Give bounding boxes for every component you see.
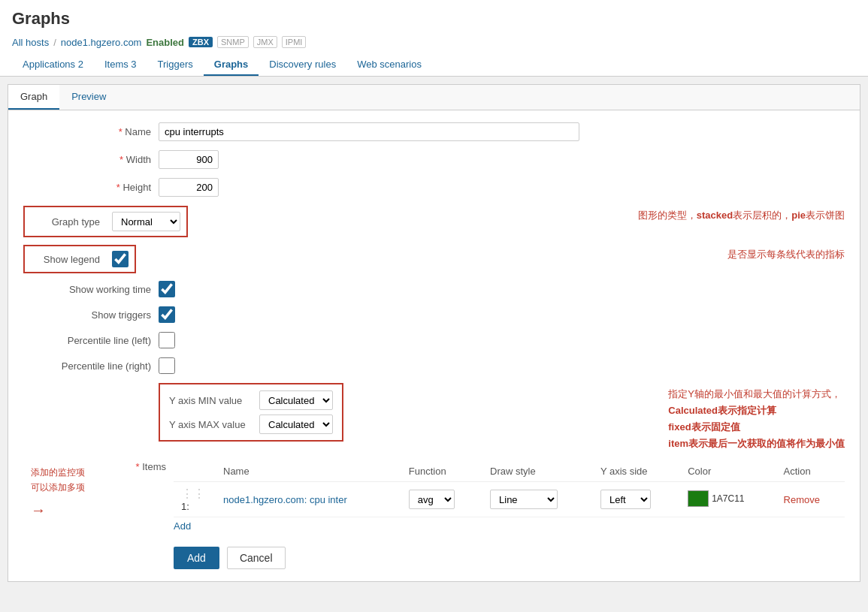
- show-triggers-checkbox[interactable]: [159, 306, 175, 323]
- show-triggers-label: Show triggers: [23, 309, 159, 321]
- row-action: Remove: [776, 482, 845, 517]
- row-draw-style: Line Filled region Bold line Dot Dashed …: [482, 482, 593, 517]
- graph-type-box: Graph type Normal Stacked Pie Exploded: [23, 206, 188, 237]
- col-name: Name: [216, 461, 401, 482]
- items-section-outer: 添加的监控项 可以添加多项 → Items Name: [23, 461, 845, 532]
- width-row: Width: [23, 150, 845, 169]
- y-axis-min-select[interactable]: Calculated Fixed Item: [259, 390, 333, 410]
- add-button[interactable]: Add: [174, 547, 219, 569]
- show-working-time-row: Show working time: [23, 281, 845, 297]
- y-axis-max-row: Y axis MAX value Calculated Fixed Item: [169, 415, 333, 434]
- main-nav: Applications 2 Items 3 Triggers Graphs D…: [12, 54, 856, 76]
- row-function: avg min max all: [401, 482, 482, 517]
- items-annotation-line2: 可以添加多项: [31, 481, 126, 495]
- page-title: Graphs: [12, 9, 856, 29]
- graph-type-form-side: Graph type Normal Stacked Pie Exploded: [23, 206, 629, 237]
- name-row: Name: [23, 122, 845, 141]
- y-axis-form-side: Y axis MIN value Calculated Fixed Item Y…: [23, 383, 659, 445]
- sub-tab-preview[interactable]: Preview: [59, 85, 118, 110]
- tab-graphs[interactable]: Graphs: [204, 54, 259, 76]
- row-color: 1A7C11: [680, 482, 776, 517]
- y-axis-annotation-line1: 指定Y轴的最小值和最大值的计算方式，: [668, 388, 841, 399]
- tab-web-scenarios[interactable]: Web scenarios: [346, 54, 432, 76]
- width-label: Width: [23, 154, 159, 165]
- y-axis-max-label: Y axis MAX value: [169, 419, 259, 430]
- name-input[interactable]: [159, 122, 579, 141]
- items-annotation-line1: 添加的监控项: [31, 466, 126, 480]
- form-area: Name Width Height Graph type Normal Sta: [8, 110, 860, 581]
- col-num: [174, 461, 216, 482]
- percentile-left-row: Percentile line (left): [23, 332, 845, 348]
- items-table-wrap: Name Function Draw style Y axis side Col…: [174, 461, 845, 532]
- y-axis-row-outer: Y axis MIN value Calculated Fixed Item Y…: [23, 383, 845, 452]
- form-buttons: Add Cancel: [174, 547, 845, 569]
- zbx-badge: ZBX: [189, 37, 213, 47]
- y-axis-min-row: Y axis MIN value Calculated Fixed Item: [169, 390, 333, 410]
- ipmi-badge: IPMI: [282, 36, 307, 48]
- tab-discovery[interactable]: Discovery rules: [259, 54, 346, 76]
- col-color: Color: [680, 461, 776, 482]
- row-item-name: node1.hgzero.com: cpu inter: [216, 482, 401, 517]
- color-swatch: [688, 490, 709, 507]
- item-name-link[interactable]: node1.hgzero.com: cpu inter: [223, 494, 347, 505]
- name-label: Name: [23, 126, 159, 137]
- col-function: Function: [401, 461, 482, 482]
- drag-handle-icon: ⋮⋮: [181, 487, 205, 500]
- content-area: Graph Preview Name Width Height Graph ty…: [8, 84, 860, 582]
- show-legend-annotation: 是否显示每条线代表的指标: [727, 245, 845, 261]
- show-triggers-row: Show triggers: [23, 306, 845, 323]
- y-axis-annotation-calc: Calculated表示指定计算: [668, 405, 776, 416]
- add-item-link[interactable]: Add: [174, 520, 191, 532]
- function-select[interactable]: avg min max all: [409, 490, 455, 509]
- graph-type-highlighted: Graph type Normal Stacked Pie Exploded: [23, 206, 629, 237]
- y-axis-box: Y axis MIN value Calculated Fixed Item Y…: [159, 383, 343, 442]
- color-picker-trigger[interactable]: 1A7C11: [688, 490, 744, 507]
- hostname-link[interactable]: node1.hgzero.com: [61, 37, 142, 48]
- show-legend-row-outer: Show legend 是否显示每条线代表的指标: [23, 245, 845, 273]
- all-hosts-link[interactable]: All hosts: [12, 37, 49, 48]
- percentile-right-checkbox[interactable]: [159, 357, 175, 374]
- y-axis-side-select[interactable]: Left Right: [600, 490, 651, 509]
- percentile-left-label: Percentile line (left): [23, 335, 159, 346]
- percentile-left-checkbox[interactable]: [159, 332, 175, 348]
- col-action: Action: [776, 461, 845, 482]
- items-label: Items: [129, 461, 174, 472]
- show-working-time-label: Show working time: [23, 284, 159, 295]
- graph-type-label: Graph type: [31, 216, 106, 228]
- color-value: 1A7C11: [712, 493, 744, 504]
- show-working-time-checkbox[interactable]: [159, 281, 175, 297]
- y-axis-min-label: Y axis MIN value: [169, 395, 259, 406]
- row-drag[interactable]: ⋮⋮ 1:: [174, 482, 216, 517]
- tab-items[interactable]: Items 3: [94, 54, 147, 76]
- breadcrumb-separator: /: [53, 37, 56, 48]
- jmx-badge: JMX: [253, 36, 277, 48]
- tab-applications[interactable]: Applications 2: [12, 54, 94, 76]
- graph-type-annotation-text: 图形的类型，stacked表示层积的，pie表示饼图: [638, 209, 845, 222]
- items-main: Items Name Function Draw style Y ax: [129, 461, 845, 532]
- percentile-right-label: Percentile line (right): [23, 360, 159, 372]
- tab-triggers[interactable]: Triggers: [147, 54, 204, 76]
- items-table: Name Function Draw style Y axis side Col…: [174, 461, 845, 517]
- items-label-row: Items Name Function Draw style Y ax: [129, 461, 845, 532]
- height-input[interactable]: [159, 178, 219, 197]
- cancel-button[interactable]: Cancel: [227, 547, 286, 569]
- row-num: 1:: [181, 501, 189, 512]
- show-legend-checkbox[interactable]: [112, 251, 129, 267]
- table-row: ⋮⋮ 1: node1.hgzero.com: cpu inter: [174, 482, 845, 517]
- graph-type-select[interactable]: Normal Stacked Pie Exploded: [112, 212, 180, 231]
- height-label: Height: [23, 182, 159, 193]
- enabled-status: Enabled: [146, 37, 184, 48]
- items-left-annotation: 添加的监控项 可以添加多项 →: [31, 461, 129, 521]
- host-breadcrumb: All hosts / node1.hgzero.com Enabled ZBX…: [12, 36, 856, 48]
- remove-button[interactable]: Remove: [784, 494, 820, 505]
- draw-style-select[interactable]: Line Filled region Bold line Dot Dashed …: [490, 490, 558, 509]
- y-axis-max-select[interactable]: Calculated Fixed Item: [259, 415, 333, 434]
- show-legend-form-side: Show legend: [23, 245, 718, 273]
- width-input[interactable]: [159, 150, 219, 169]
- sub-tab-graph[interactable]: Graph: [8, 85, 59, 110]
- height-row: Height: [23, 178, 845, 197]
- show-legend-label: Show legend: [31, 254, 106, 265]
- graph-type-row-outer: Graph type Normal Stacked Pie Exploded 图…: [23, 206, 845, 237]
- y-axis-annotation: 指定Y轴的最小值和最大值的计算方式， Calculated表示指定计算 fixe…: [668, 383, 845, 452]
- graph-type-annotation: 图形的类型，stacked表示层积的，pie表示饼图: [638, 206, 845, 222]
